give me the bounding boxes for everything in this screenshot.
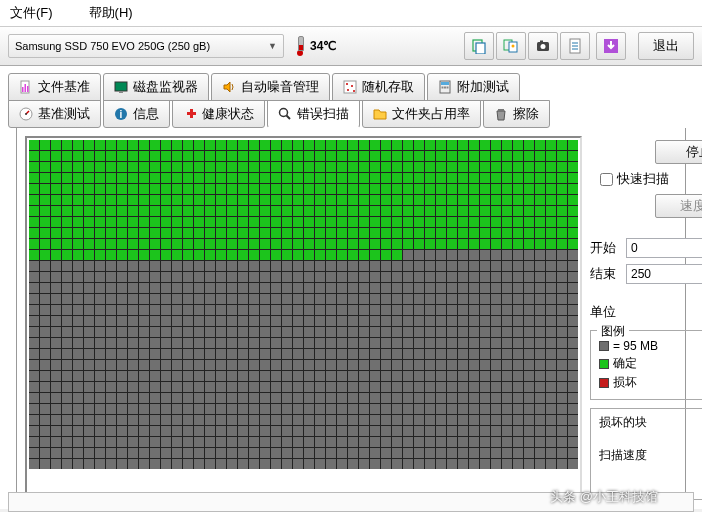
exit-button[interactable]: 退出	[638, 32, 694, 60]
tab-benchmark[interactable]: 基准测试	[8, 100, 101, 128]
speedmap-button[interactable]: 速度图	[655, 194, 702, 218]
tab-random-access[interactable]: 随机存取	[332, 73, 425, 101]
svg-rect-27	[444, 87, 446, 89]
grid-cell	[51, 140, 61, 150]
grid-cell	[447, 382, 457, 392]
grid-cell	[491, 305, 501, 315]
grid-cell	[40, 250, 50, 260]
grid-cell	[469, 415, 479, 425]
grid-cell	[513, 250, 523, 260]
tab-erase[interactable]: 擦除	[483, 100, 550, 128]
menu-file[interactable]: 文件(F)	[10, 4, 71, 22]
grid-cell	[128, 393, 138, 403]
svg-rect-18	[119, 91, 123, 93]
grid-cell	[458, 195, 468, 205]
grid-cell	[84, 393, 94, 403]
grid-cell	[491, 261, 501, 271]
grid-cell	[194, 305, 204, 315]
grid-cell	[95, 151, 105, 161]
tab-health[interactable]: 健康状态	[172, 100, 265, 128]
stop-button[interactable]: 停止	[655, 140, 702, 164]
drive-select[interactable]: Samsung SSD 750 EVO 250G (250 gB) ▼	[8, 34, 284, 58]
grid-cell	[293, 261, 303, 271]
grid-cell	[139, 151, 149, 161]
grid-cell	[568, 151, 578, 161]
grid-cell	[381, 327, 391, 337]
grid-cell	[458, 426, 468, 436]
tab-file-benchmark[interactable]: 文件基准	[8, 73, 101, 101]
grid-cell	[282, 349, 292, 359]
screenshot-button[interactable]	[528, 32, 558, 60]
grid-cell	[546, 349, 556, 359]
grid-cell	[535, 338, 545, 348]
grid-cell	[183, 426, 193, 436]
tab-info[interactable]: i信息	[103, 100, 170, 128]
report-button[interactable]	[560, 32, 590, 60]
grid-cell	[238, 371, 248, 381]
grid-cell	[139, 349, 149, 359]
grid-cell	[546, 437, 556, 447]
grid-cell	[117, 217, 127, 227]
grid-cell	[139, 206, 149, 216]
grid-cell	[469, 305, 479, 315]
grid-cell	[194, 316, 204, 326]
grid-cell	[62, 217, 72, 227]
grid-cell	[337, 305, 347, 315]
grid-cell	[106, 360, 116, 370]
start-input[interactable]	[626, 238, 702, 258]
grid-cell	[337, 459, 347, 469]
download-button[interactable]	[596, 32, 626, 60]
grid-cell	[480, 448, 490, 458]
end-input[interactable]	[626, 264, 702, 284]
grid-cell	[480, 360, 490, 370]
grid-cell	[172, 448, 182, 458]
grid-cell	[95, 338, 105, 348]
grid-cell	[403, 448, 413, 458]
grid-cell	[106, 294, 116, 304]
grid-cell	[502, 415, 512, 425]
copy-text-button[interactable]	[464, 32, 494, 60]
grid-cell	[337, 272, 347, 282]
quick-scan-checkbox[interactable]: 快速扫描	[600, 170, 702, 188]
svg-text:i: i	[120, 109, 123, 120]
grid-cell	[106, 305, 116, 315]
grid-cell	[84, 217, 94, 227]
tab-error-scan[interactable]: 错误扫描	[267, 100, 360, 128]
grid-cell	[337, 261, 347, 271]
grid-cell	[359, 250, 369, 260]
grid-cell	[150, 272, 160, 282]
grid-cell	[469, 338, 479, 348]
grid-cell	[29, 316, 39, 326]
copy-image-button[interactable]	[496, 32, 526, 60]
grid-cell	[84, 382, 94, 392]
grid-cell	[513, 206, 523, 216]
grid-cell	[370, 294, 380, 304]
grid-cell	[260, 393, 270, 403]
grid-cell	[502, 250, 512, 260]
grid-cell	[337, 162, 347, 172]
grid-cell	[51, 349, 61, 359]
grid-cell	[458, 217, 468, 227]
tab-folder-usage[interactable]: 文件夹占用率	[362, 100, 481, 128]
grid-cell	[216, 239, 226, 249]
grid-cell	[513, 140, 523, 150]
grid-cell	[117, 206, 127, 216]
grid-cell	[304, 250, 314, 260]
grid-cell	[546, 360, 556, 370]
grid-cell	[62, 371, 72, 381]
grid-cell	[535, 250, 545, 260]
menu-help[interactable]: 帮助(H)	[89, 4, 151, 22]
grid-cell	[216, 217, 226, 227]
tab-disk-monitor[interactable]: 磁盘监视器	[103, 73, 209, 101]
tab-aam[interactable]: 自动噪音管理	[211, 73, 330, 101]
grid-cell	[238, 459, 248, 469]
tab-extra-tests[interactable]: 附加测试	[427, 73, 520, 101]
grid-cell	[205, 415, 215, 425]
grid-cell	[403, 349, 413, 359]
grid-cell	[546, 250, 556, 260]
grid-cell	[260, 316, 270, 326]
grid-cell	[469, 140, 479, 150]
grid-cell	[128, 294, 138, 304]
grid-cell	[73, 360, 83, 370]
grid-cell	[535, 360, 545, 370]
